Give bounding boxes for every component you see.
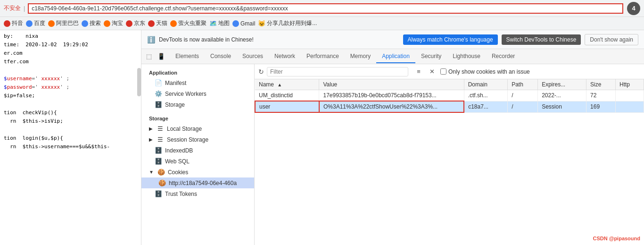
notification-text: DevTools is now available in Chinese!	[159, 36, 399, 43]
cookies-icon: 🍪	[157, 169, 165, 176]
bookmark-search[interactable]: 搜索	[82, 19, 101, 27]
content-area: ↻ ≡ ✕ Only show cookies with an issue	[255, 64, 644, 245]
bookmark-baidu[interactable]: 百度	[26, 19, 45, 27]
cursor-icon[interactable]: ⬚	[143, 51, 155, 62]
tab-security[interactable]: Security	[415, 50, 447, 63]
sidebar-item-session-storage[interactable]: ▶ ☰ Session Storage	[141, 134, 254, 145]
filter-checkbox-label[interactable]: Only show cookies with an issue	[440, 68, 530, 75]
bookmark-maps[interactable]: 🗺️ 地图	[209, 19, 230, 27]
bookmark-label-firefly: 萤火虫重聚	[178, 19, 206, 27]
sidebar-navigation: Application 📄 Manifest ⚙️ Service Worker…	[141, 64, 255, 245]
device-icon[interactable]: 📱	[156, 51, 167, 62]
cookies-arrow: ▼	[149, 169, 154, 175]
cell-value-2: O%3A11%3A%22ctfShowUser%22%3A3%...	[319, 101, 464, 112]
tab-console[interactable]: Console	[205, 50, 237, 63]
main-area: by: nixa time: 2020-12-02 19:29:02 er.co…	[0, 30, 644, 245]
bookmark-share[interactable]: 😺 分享几款好用到爆...	[258, 19, 317, 27]
bookmark-label-share: 分享几款好用到爆...	[267, 19, 317, 27]
filter-input[interactable]	[267, 67, 408, 76]
indexeddb-icon: 🗄️	[155, 147, 162, 154]
col-expires[interactable]: Expires...	[538, 79, 586, 90]
sidebar-item-trust-tokens[interactable]: 🗄️ Trust Tokens	[141, 188, 254, 199]
bookmark-douyin[interactable]: 抖音	[4, 19, 23, 27]
sidebar-label-trust-tokens: Trust Tokens	[165, 191, 197, 197]
sidebar-item-cookie-url[interactable]: 🍪 http://c18a7549-06e4-460a	[141, 177, 254, 188]
sidebar-item-websql[interactable]: 🗄️ Web SQL	[141, 156, 254, 167]
sidebar-item-cookies[interactable]: ▼ 🍪 Cookies	[141, 167, 254, 177]
tab-memory[interactable]: Memory	[345, 50, 376, 63]
tab-icon-group: ⬚ 📱	[143, 51, 167, 62]
tab-lighthouse[interactable]: Lighthouse	[447, 50, 486, 63]
insecure-label: 不安全	[4, 4, 21, 12]
code-line-2: time: 2020-12-02 19:29:02	[0, 41, 141, 49]
match-language-button[interactable]: Always match Chrome's language	[403, 34, 498, 45]
col-size[interactable]: Size	[586, 79, 616, 90]
sidebar-label-storage-app: Storage	[165, 101, 185, 108]
col-http[interactable]: Http	[616, 79, 644, 90]
filter-options-icon[interactable]: ≡	[413, 66, 424, 77]
tab-performance[interactable]: Performance	[301, 50, 345, 63]
bookmark-icon-taobao	[104, 20, 110, 27]
col-path[interactable]: Path	[508, 79, 538, 90]
sidebar-item-service-workers[interactable]: ⚙️ Service Workers	[141, 88, 254, 99]
code-line-1: by: nixa	[0, 32, 141, 41]
cell-name-1: UM_distinctid	[255, 90, 319, 101]
scrollbar-thumb[interactable]	[137, 68, 141, 96]
bookmark-jd[interactable]: 京东	[126, 19, 145, 27]
url-input[interactable]: c18a7549-06e4-460a-9e11-20d796e065cf.cha…	[28, 3, 623, 14]
bookmark-label-gmail: Gmail	[240, 20, 255, 27]
bookmark-alibaba[interactable]: 阿里巴巴	[48, 19, 79, 27]
filter-clear-icon[interactable]: ✕	[426, 66, 438, 77]
table-row[interactable]: user O%3A11%3A%22ctfShowUser%22%3A3%... …	[255, 101, 644, 112]
tab-application[interactable]: Application	[376, 50, 415, 63]
bookmark-label-jd: 京东	[134, 19, 145, 27]
cell-expires-2: Session	[538, 101, 586, 112]
filter-bar: ↻ ≡ ✕ Only show cookies with an issue	[255, 64, 644, 79]
refresh-icon[interactable]: ↻	[258, 68, 264, 76]
tab-elements[interactable]: Elements	[170, 50, 205, 63]
bookmark-tianmao[interactable]: 天猫	[148, 19, 167, 27]
col-name[interactable]: Name ▲	[255, 79, 319, 90]
dont-show-again-button[interactable]: Don't show again	[585, 34, 638, 45]
sidebar-item-indexeddb[interactable]: 🗄️ IndexedDB	[141, 145, 254, 156]
local-storage-arrow: ▶	[149, 126, 153, 131]
sidebar-label-service-workers: Service Workers	[165, 91, 206, 97]
tab-badge: 4	[627, 2, 640, 15]
code-line-11: rn $this->isVip;	[0, 117, 141, 126]
info-icon: ℹ️	[147, 36, 155, 43]
service-workers-icon: ⚙️	[155, 90, 162, 97]
col-value[interactable]: Value	[319, 79, 464, 90]
code-line-3: er.com	[0, 49, 141, 58]
table-header-row: Name ▲ Value Domain Path Expires... Size…	[255, 79, 644, 90]
tab-sources[interactable]: Sources	[237, 50, 269, 63]
switch-chinese-button[interactable]: Switch DevTools to Chinese	[502, 34, 581, 45]
devtools-panel: ℹ️ DevTools is now available in Chinese!…	[141, 30, 644, 245]
code-line-9	[0, 100, 141, 109]
sidebar-label-local-storage: Local Storage	[167, 126, 202, 132]
col-domain[interactable]: Domain	[464, 79, 507, 90]
sidebar-label-session-storage: Session Storage	[167, 136, 208, 143]
bookmark-label-alibaba: 阿里巴巴	[56, 19, 79, 27]
bookmark-icon-firefly	[170, 20, 177, 27]
websql-icon: 🗄️	[155, 158, 162, 165]
devtools-tabs-bar: ⬚ 📱 Elements Console Sources Network Per…	[141, 49, 644, 64]
sidebar-item-storage-app[interactable]: 🗄️ Storage	[141, 99, 254, 110]
bookmark-gmail[interactable]: Gmail	[232, 20, 255, 27]
sidebar-item-local-storage[interactable]: ▶ ☰ Local Storage	[141, 123, 254, 134]
separator: |	[24, 5, 25, 12]
cell-domain-1: .ctf.sh...	[464, 90, 507, 101]
local-storage-icon: ☰	[157, 125, 164, 132]
table-row[interactable]: UM_distinctid 17e9933857b19b-0e0bcd075ca…	[255, 90, 644, 101]
tab-network[interactable]: Network	[269, 50, 301, 63]
bookmark-taobao[interactable]: 淘宝	[104, 19, 123, 27]
tab-recorder[interactable]: Recorder	[486, 50, 520, 63]
filter-icon-group: ≡ ✕	[413, 66, 438, 77]
bookmark-icon-tianmao	[148, 20, 155, 27]
code-line-8: $ip=false;	[0, 92, 141, 100]
cell-path-2: /	[508, 101, 538, 112]
sidebar-item-manifest[interactable]: 📄 Manifest	[141, 77, 254, 88]
maps-icon: 🗺️	[209, 20, 217, 27]
filter-checkbox[interactable]	[440, 68, 446, 75]
cell-http-2	[616, 101, 644, 112]
bookmark-firefly[interactable]: 萤火虫重聚	[170, 19, 206, 27]
